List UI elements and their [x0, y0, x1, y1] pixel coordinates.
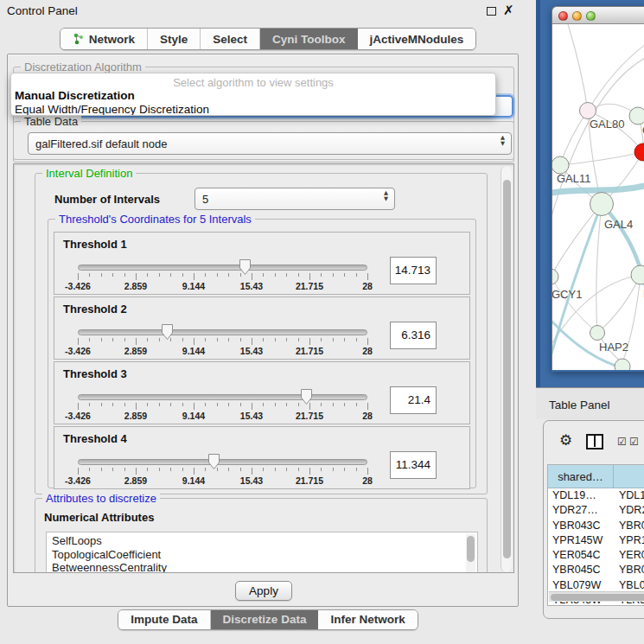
node-top-right	[629, 107, 644, 124]
select-columns-icon[interactable]: ☑	[617, 436, 627, 448]
algorithm-popup-options: Manual DiscretizationEqual Width/Frequen…	[11, 89, 495, 116]
slider-ticks	[78, 403, 367, 411]
numerical-attributes-label: Numerical Attributes	[44, 511, 154, 524]
tab-style[interactable]: Style	[148, 29, 201, 49]
network-window-titlebar[interactable]	[552, 6, 644, 24]
table-cell-shared-name: YDR27…	[548, 503, 614, 518]
column-layout-icon[interactable]	[586, 434, 603, 450]
tab-cyni-toolbox[interactable]: Cyni Toolbox	[260, 29, 358, 49]
slider-thumb[interactable]	[161, 323, 174, 341]
table-row[interactable]: YPR145WYPR1	[548, 533, 644, 548]
zoom-traffic-light-icon[interactable]	[586, 11, 596, 21]
bottom-tab-impute-data[interactable]: Impute Data	[118, 610, 210, 629]
numerical-attributes-list[interactable]: SelfLoopsTopologicalCoefficientBetweenne…	[46, 532, 478, 573]
float-window-icon[interactable]	[487, 7, 496, 16]
threshold-value-field[interactable]: 21.4	[390, 386, 437, 414]
node-gal11	[552, 156, 569, 174]
node-gcy1	[552, 269, 558, 284]
threshold-panel: Threshold 3-3.4262.8599.14415.4321.71528…	[54, 361, 470, 424]
attribute-item-topologicalcoefficient[interactable]: TopologicalCoefficient	[52, 548, 477, 562]
table-row[interactable]: YDL19…YDL1	[548, 488, 644, 503]
tab-select[interactable]: Select	[201, 29, 260, 49]
gear-icon[interactable]: ⚙	[559, 431, 572, 449]
threshold-value-field[interactable]: 6.316	[390, 322, 437, 349]
select-columns-icon[interactable]: ☑	[629, 436, 639, 448]
threshold-slider[interactable]: -3.4262.8599.14415.4321.71528	[78, 453, 367, 488]
tab-network[interactable]: Network	[61, 29, 148, 49]
threshold-label: Threshold 2	[63, 303, 127, 316]
apply-button[interactable]: Apply	[235, 581, 292, 601]
network-tab-icon	[73, 33, 84, 45]
slider-thumb[interactable]	[207, 453, 220, 470]
tab-label: jActiveMNodules	[370, 33, 464, 46]
spinner-arrows-icon: ▲▼	[384, 190, 388, 202]
slider-thumb[interactable]	[239, 258, 252, 276]
attribute-item-betweennesscentrality[interactable]: BetweennessCentrality	[52, 561, 477, 573]
minimize-traffic-light-icon[interactable]	[572, 11, 582, 21]
node-label-gal80: GAL80	[590, 118, 624, 131]
node-gal4	[590, 193, 614, 216]
table-row[interactable]: YBR045CYBR0	[548, 563, 644, 577]
number-of-intervals-value: 5	[202, 193, 208, 206]
table-cell-name: YBR0	[614, 519, 644, 533]
slider-track	[78, 265, 367, 271]
node-label-gal4: GAL4	[604, 218, 633, 231]
horizontal-scrollbar[interactable]	[549, 591, 644, 602]
slider-thumb[interactable]	[300, 388, 313, 405]
slider-tick-labels: -3.4262.8599.14415.4321.71528	[78, 411, 367, 421]
slider-ticks	[78, 468, 367, 475]
close-icon[interactable]: ✗	[503, 3, 514, 18]
table-data-combo[interactable]: galFiltered.sif default node ▲▼	[28, 132, 512, 155]
slider-track	[78, 394, 367, 400]
slider-track	[78, 459, 367, 465]
bottom-tab-discretize-data[interactable]: Discretize Data	[211, 610, 319, 629]
attributes-group-title: Attributes to discretize	[42, 492, 160, 505]
spinner-arrows-icon: ▲▼	[501, 135, 505, 147]
table-data-title: Table Data	[21, 115, 81, 128]
popup-option-manual-discretization[interactable]: Manual Discretization	[11, 89, 495, 103]
network-window: GAL80 G C GAL11 GAL4 GCY1 H HAP2	[552, 6, 644, 372]
threshold-label: Threshold 1	[63, 238, 127, 251]
table-cell-name: YBR0	[614, 563, 644, 577]
column-header-name[interactable]: n	[614, 465, 644, 488]
list-scrollbar[interactable]	[466, 534, 475, 573]
thresholds-group: Threshold's Coordinates for 5 Intervals …	[48, 219, 476, 488]
right-panel: GAL80 G C GAL11 GAL4 GCY1 H HAP2 Table P…	[536, 0, 644, 644]
tab-jactivemnodules[interactable]: jActiveMNodules	[358, 29, 476, 49]
control-panel-tabs: NetworkStyleSelectCyni ToolboxjActiveMNo…	[60, 28, 477, 50]
interval-definition-group: Interval Definition Number of Intervals …	[35, 173, 488, 494]
node-hap2	[590, 326, 605, 341]
threshold-slider[interactable]: -3.4262.8599.14415.4321.71528	[78, 258, 367, 293]
threshold-slider[interactable]: -3.4262.8599.14415.4321.71528	[78, 388, 367, 423]
close-traffic-light-icon[interactable]	[558, 11, 568, 21]
table-panel-title: Table Panel	[549, 399, 610, 411]
attribute-item-selfloops[interactable]: SelfLoops	[52, 534, 477, 548]
threshold-value-field[interactable]: 11.344	[390, 451, 437, 479]
control-panel-title: Control Panel	[7, 4, 78, 17]
threshold-panel: Threshold 1-3.4262.8599.14415.4321.71528…	[54, 232, 470, 295]
number-of-intervals-combo[interactable]: 5 ▲▼	[194, 188, 395, 210]
network-canvas[interactable]: GAL80 G C GAL11 GAL4 GCY1 H HAP2	[552, 24, 644, 370]
slider-tick-labels: -3.4262.8599.14415.4321.71528	[78, 281, 367, 291]
column-header-shared-name[interactable]: shared…	[548, 465, 614, 488]
threshold-slider[interactable]: -3.4262.8599.14415.4321.71528	[78, 323, 367, 358]
table-cell-name: YER0	[614, 548, 644, 563]
table-row[interactable]: YBR043CYBR0	[548, 519, 644, 533]
bottom-tab-infer-network[interactable]: Infer Network	[318, 610, 417, 629]
table-row[interactable]: YER054CYER0	[548, 548, 644, 563]
algorithm-dropdown-popup: Select algorithm to view settings Manual…	[10, 73, 496, 116]
vertical-scrollbar[interactable]	[501, 166, 512, 572]
threshold-panel: Threshold 2-3.4262.8599.14415.4321.71528…	[54, 296, 470, 360]
table-body: YDL19…YDL1YDR27…YDR2YBR043CYBR0YPR145WYP…	[548, 488, 644, 606]
table-data-group: Table Data galFiltered.sif default node …	[13, 121, 514, 163]
slider-tick-labels: -3.4262.8599.14415.4321.71528	[78, 475, 367, 486]
threshold-value-field[interactable]: 14.713	[390, 257, 437, 284]
bottom-tabs: Impute DataDiscretize DataInfer Network	[118, 609, 418, 630]
discretize-data-pane: Discretization Algorithm Table Data galF…	[7, 54, 519, 607]
node-table: shared… n YDL19…YDL1YDR27…YDR2YBR043CYBR…	[547, 464, 644, 606]
popup-option-equal-width-frequency-discretization[interactable]: Equal Width/Frequency Discretization	[11, 103, 495, 116]
table-cell-shared-name: YER054C	[548, 548, 614, 563]
table-row[interactable]: YDR27…YDR2	[548, 503, 644, 518]
settings-scroll-area: Interval Definition Number of Intervals …	[13, 163, 514, 573]
table-cell-name: YPR1	[614, 533, 644, 548]
